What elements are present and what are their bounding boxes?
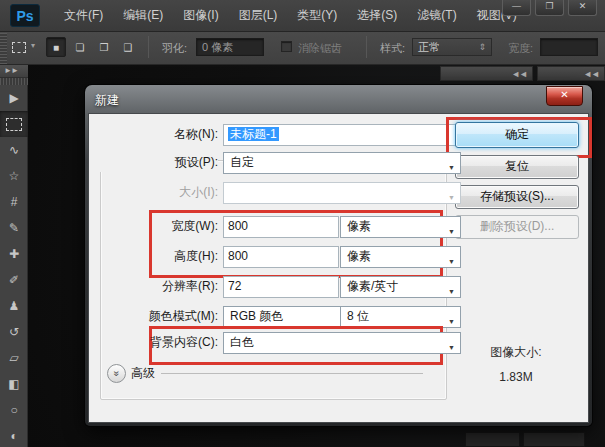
dialog-close-button[interactable]: ✕ [546,86,583,106]
subtract-selection-mode-button[interactable]: ❐ [94,37,114,57]
background-dropdown[interactable]: 白色▼ [223,332,461,354]
dialog-title: 新建 [95,92,119,109]
height-input[interactable]: 800 [223,246,339,268]
menu-type[interactable]: 类型(Y) [287,1,347,30]
preset-label: 预设(P): [93,152,218,172]
move-tool[interactable]: ▶ [0,85,28,111]
rectangular-marquee-tool[interactable] [0,111,28,137]
menu-items: 文件(F) 编辑(E) 图像(I) 图层(L) 类型(Y) 选择(S) 滤镜(T… [54,1,527,30]
color-mode-dropdown[interactable]: RGB 颜色▼ [223,306,355,328]
bit-depth-value: 8 位 [347,309,369,323]
separator [366,36,367,58]
width-label: 宽度(W): [93,216,218,236]
blur-tool[interactable]: ○ [0,397,28,423]
chevron-down-icon: ▼ [448,313,455,331]
ok-button[interactable]: 确定 [455,122,579,148]
name-label: 名称(N): [93,124,218,144]
panel-dock-collapse-1[interactable]: ◄◄ [440,66,533,81]
dialog-content: 名称(N): 未标题-1 确定 复位 存储预设(S)... 删除预设(D)...… [88,113,589,423]
tool-panel-collapse[interactable]: ►► [0,65,28,78]
color-mode-label: 颜色模式(M): [93,306,218,326]
magic-wand-tool[interactable]: ☆ [0,163,28,189]
maximize-button[interactable]: ❐ [535,0,564,16]
new-selection-mode-button[interactable]: ■ [46,37,66,57]
gradient-tool[interactable]: ◧ [0,371,28,397]
chevron-down-icon: ▼ [448,159,455,177]
preset-value: 自定 [230,155,254,169]
chevron-down-icon: ▼ [448,223,455,241]
size-dropdown: ▼ [223,182,461,204]
height-unit-value: 像素 [347,249,371,263]
bottom-panel-fragment [465,432,520,447]
brush-tool[interactable]: ✐ [0,267,28,293]
resolution-unit-dropdown[interactable]: 像素/英寸▼ [340,276,461,298]
eyedropper-tool[interactable]: ✎ [0,215,28,241]
menu-image[interactable]: 图像(I) [173,1,228,30]
chevron-double-down-icon: » [109,371,125,376]
feather-input[interactable]: 0 像素 [196,38,264,56]
reset-button[interactable]: 复位 [455,155,579,179]
resolution-unit-value: 像素/英寸 [347,279,398,293]
tool-preset-dropdown-icon[interactable]: ▾ [31,41,35,50]
background-value: 白色 [230,335,254,349]
marquee-tool-preview-icon[interactable] [12,42,26,53]
tool-panel-grip [0,78,28,85]
advanced-expander-button[interactable]: » [107,364,126,383]
selected-text: 未标题-1 [228,127,279,141]
style-value: 正常 [418,40,440,55]
menu-select[interactable]: 选择(S) [347,1,407,30]
photoshop-window: Ps 文件(F) 编辑(E) 图像(I) 图层(L) 类型(Y) 选择(S) 滤… [0,0,605,447]
dialog-title-bar[interactable]: 新建 [88,88,589,113]
clone-stamp-tool[interactable]: ♟ [0,293,28,319]
options-bar: ▾ ■ ❏ ❐ ❑ 羽化: 0 像素 消除锯齿 样式: 正常 ⇕ 宽度: [0,32,605,65]
background-label: 背景内容(C): [93,332,218,352]
advanced-label[interactable]: 高级 [131,364,155,382]
image-size-value: 1.83M [455,370,577,384]
panel-dock-collapse-2[interactable]: ◄◄ [537,66,605,81]
stepper-icon: ⇕ [478,42,486,52]
save-preset-button[interactable]: 存储预设(S)... [455,185,579,209]
width-input[interactable]: 800 [223,216,339,238]
spot-healing-brush-tool[interactable]: ✚ [0,241,28,267]
intersect-selection-mode-button[interactable]: ❑ [118,37,138,57]
style-label: 样式: [380,41,405,56]
eraser-tool[interactable]: ▱ [0,345,28,371]
preset-dropdown[interactable]: 自定▼ [223,152,461,174]
resolution-label: 分辨率(R): [93,276,218,296]
menu-edit[interactable]: 编辑(E) [113,1,173,30]
antialias-label: 消除锯齿 [298,41,342,56]
history-brush-tool[interactable]: ↺ [0,319,28,345]
marquee-icon [6,118,22,131]
antialias-checkbox[interactable] [281,41,292,52]
bit-depth-dropdown[interactable]: 8 位▼ [340,306,461,328]
menu-bar: Ps 文件(F) 编辑(E) 图像(I) 图层(L) 类型(Y) 选择(S) 滤… [0,0,605,32]
add-selection-mode-button[interactable]: ❏ [70,37,90,57]
chevron-down-icon: ▼ [448,339,455,357]
width-label: 宽度: [508,41,533,56]
photoshop-logo: Ps [10,4,40,27]
height-unit-dropdown[interactable]: 像素▼ [340,246,461,268]
dodge-tool[interactable]: ◐ [0,423,28,447]
minimize-button[interactable]: — [502,0,531,16]
collapse-panel-icon: ◄◄ [583,69,599,79]
name-input[interactable]: 未标题-1 [223,124,460,146]
new-document-dialog: 新建 ✕ 名称(N): 未标题-1 确定 复位 存储预设(S)... 删除预设(… [85,85,592,426]
resolution-input[interactable]: 72 [223,276,339,298]
width-unit-value: 像素 [347,219,371,233]
bottom-panel-fragment [523,432,585,447]
menu-filter[interactable]: 滤镜(T) [407,1,466,30]
separator [148,36,149,58]
close-button[interactable]: ✕ [568,0,597,16]
chevron-down-icon: ▼ [448,253,455,271]
width-unit-dropdown[interactable]: 像素▼ [340,216,461,238]
options-bar-grip [0,33,7,64]
menu-file[interactable]: 文件(F) [54,1,113,30]
crop-tool[interactable]: # [0,189,28,215]
feather-label: 羽化: [162,41,187,56]
menu-layer[interactable]: 图层(L) [229,1,288,30]
advanced-divider [161,373,423,374]
tools: ▶ ∿ ☆ # ✎ ✚ ✐ ♟ ↺ ▱ ◧ ○ ◐ [0,85,28,447]
style-dropdown[interactable]: 正常 ⇕ [412,38,492,56]
width-input[interactable] [540,38,598,56]
lasso-tool[interactable]: ∿ [0,137,28,163]
